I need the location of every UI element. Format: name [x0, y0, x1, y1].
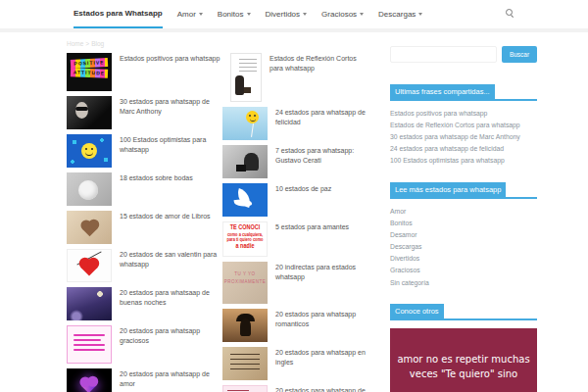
search-icon[interactable]	[506, 9, 514, 17]
chevron-down-icon	[199, 13, 203, 16]
nav-label: Bonitos	[218, 10, 244, 19]
post-title: 15 estados de amor de Libros	[120, 211, 222, 244]
chevron-down-icon	[303, 13, 307, 16]
thumbnail-glowing-heart	[67, 368, 112, 392]
thumbnail-smiley-balloon	[222, 107, 268, 140]
post-title: 20 estados para whatsapp romanticos	[275, 309, 372, 342]
post-item[interactable]: 10 estados de paz	[222, 183, 372, 217]
post-list-area: Home>Blog POSITIVE ATTITUDE Estados posi…	[67, 38, 372, 392]
category-link-sin-categoria[interactable]: Sin categoria	[390, 276, 537, 288]
chevron-down-icon	[360, 13, 364, 16]
post-item[interactable]: 15 estados de amor de Libros	[67, 211, 222, 244]
breadcrumb-home[interactable]: Home	[67, 40, 83, 47]
latest-post-link[interactable]: 24 estados para whatsapp de felicidad	[390, 143, 537, 155]
post-item[interactable]: POSITIVE ATTITUDE Estados positivos para…	[67, 53, 222, 91]
latest-post-link[interactable]: 100 Estados optimistas para whatsapp	[390, 155, 537, 167]
thumbnail-pink-heart-card	[222, 385, 268, 392]
latest-post-link[interactable]: Estados positivos para whatsapp	[390, 107, 537, 119]
post-item[interactable]: 100 Estados optimistas para whatsapp	[67, 134, 222, 168]
sidebar-search: Buscar	[390, 46, 537, 63]
post-title: 20 indirectas para estados whatsapp	[275, 262, 372, 304]
post-title: 20 estados de san valentin para whatsapp	[120, 249, 222, 282]
chevron-down-icon	[418, 13, 422, 16]
thumbnail-white-dove	[222, 183, 268, 217]
thumbnail-wedding-bouquet	[67, 172, 112, 206]
breadcrumb: Home>Blog	[67, 40, 372, 47]
post-item[interactable]: 20 estados para whatsapp romanticos	[222, 309, 372, 342]
thumbnail-pink-text-card	[67, 325, 112, 364]
chevron-down-icon	[247, 13, 251, 16]
page-content: Home>Blog POSITIVE ATTITUDE Estados posi…	[0, 32, 588, 392]
post-title: Estados de Reflexión Cortos para whatsap…	[270, 53, 367, 102]
post-title: 100 Estados optimistas para whatsapp	[120, 134, 222, 168]
post-title: 18 estados sobre bodas	[120, 172, 222, 206]
post-title: 20 estados para whatsapp graciosos	[120, 325, 222, 364]
post-column-right: Estados de Reflexión Cortos para whatsap…	[222, 53, 372, 392]
post-title: 20 estados para whatsapp en ingles	[275, 347, 372, 380]
post-item[interactable]: 7 estados para whatsapp: Gustavo Cerati	[222, 145, 372, 178]
category-link-divertidos[interactable]: Divertidos	[390, 253, 537, 265]
sidebar: Buscar Ultimas frases compartidas... Est…	[390, 38, 537, 392]
post-title: 30 estados para whatsapp de Marc Anthony	[120, 96, 222, 129]
quote-line: amor no es repetir muchas	[390, 352, 537, 367]
post-item[interactable]: TE CONOCI como a cualquiera, para ti qui…	[222, 221, 372, 257]
nav-item-bonitos[interactable]: Bonitos	[218, 0, 251, 28]
search-input[interactable]	[390, 46, 497, 63]
nav-label: Divertidos	[266, 10, 301, 19]
thumbnail-blue-smileys	[67, 134, 112, 168]
post-item[interactable]: 20 estados para whatsapp de amistad	[222, 385, 372, 392]
breadcrumb-separator: >	[85, 40, 89, 47]
post-title: 24 estados para whatsapp de felicidad	[275, 107, 372, 140]
quote-image[interactable]: amor no es repetir muchas veces "Te quie…	[390, 328, 537, 392]
widget-latest-posts: Ultimas frases compartidas... Estados po…	[390, 84, 537, 167]
nav-label: Graciosos	[321, 10, 357, 19]
post-item[interactable]: 20 estados para whatsapp de amor	[67, 368, 222, 392]
post-item[interactable]: TU Y YO PROXIMAMENTE 20 indirectas para …	[222, 262, 372, 304]
nav-label: Amor	[177, 10, 196, 19]
post-item[interactable]: 20 estados de san valentin para whatsapp	[67, 249, 222, 282]
nav-item-estados-para-whatsapp[interactable]: Estados para Whatsapp	[74, 0, 163, 28]
widget-title: Lee más estados para whatsapp	[390, 182, 506, 197]
post-title: Estados positivos para whatsapp	[120, 53, 222, 91]
thumbnail-red-text-card: TE CONOCI como a cualquiera, para ti qui…	[222, 221, 268, 257]
category-link-amor[interactable]: Amor	[390, 205, 537, 217]
thumbnail-sepia-text-card	[222, 347, 268, 380]
post-item[interactable]: Estados de Reflexión Cortos para whatsap…	[222, 53, 372, 102]
thumbnail-valentine-heart	[67, 249, 112, 282]
nav-label: Descargas	[378, 10, 416, 19]
widget-title: Conoce otros	[390, 304, 444, 318]
category-link-desamor[interactable]: Desamor	[390, 228, 537, 240]
nav-item-graciosos[interactable]: Graciosos	[321, 0, 364, 28]
nav-item-divertidos[interactable]: Divertidos	[266, 0, 308, 28]
post-item[interactable]: 20 estados para whatsapp en ingles	[222, 347, 372, 380]
latest-post-link[interactable]: Estados de Reflexión Cortos para whatsap…	[390, 119, 537, 130]
widget-title: Ultimas frases compartidas...	[390, 84, 495, 99]
post-item[interactable]: 30 estados para whatsapp de Marc Anthony	[67, 96, 222, 129]
thumbnail-couple-umbrella	[222, 309, 268, 342]
post-title: 10 estados de paz	[275, 183, 372, 217]
thumbnail-book-heart	[67, 211, 112, 244]
thumb-text: ATTITUDE	[71, 68, 108, 77]
nav-item-descargas[interactable]: Descargas	[378, 0, 422, 28]
post-item[interactable]: 24 estados para whatsapp de felicidad	[222, 107, 372, 140]
widget-categories: Lee más estados para whatsapp Amor Bonit…	[390, 182, 537, 288]
nav-item-amor[interactable]: Amor	[177, 0, 203, 28]
thumbnail-reflection-quote	[230, 53, 262, 102]
post-title: 5 estados para amantes	[275, 221, 372, 257]
search-submit-button[interactable]: Buscar	[502, 46, 537, 63]
post-item[interactable]: 20 estados para whatsapp graciosos	[67, 325, 222, 364]
breadcrumb-current: Blog	[91, 40, 104, 47]
thumbnail-night-scene	[67, 287, 112, 320]
post-title: 20 estados para whatsapp de amor	[120, 368, 222, 392]
top-navbar: Estados para Whatsapp Amor Bonitos Diver…	[0, 0, 588, 32]
latest-post-link[interactable]: 30 estados para whatsapp de Marc Anthony	[390, 130, 537, 142]
category-link-graciosos[interactable]: Graciosos	[390, 265, 537, 276]
thumb-text: a nadie	[223, 242, 267, 251]
post-item[interactable]: 18 estados sobre bodas	[67, 172, 222, 206]
thumbnail-tu-y-yo-card: TU Y YO PROXIMAMENTE	[222, 262, 268, 304]
category-link-bonitos[interactable]: Bonitos	[390, 217, 537, 228]
post-item[interactable]: 20 estados para whatsaap de buenas noche…	[67, 287, 222, 320]
category-link-descargas[interactable]: Descargas	[390, 241, 537, 253]
widget-conoce-otros: Conoce otros amor no es repetir muchas v…	[390, 304, 537, 392]
thumbnail-gustavo-cerati	[222, 145, 268, 178]
